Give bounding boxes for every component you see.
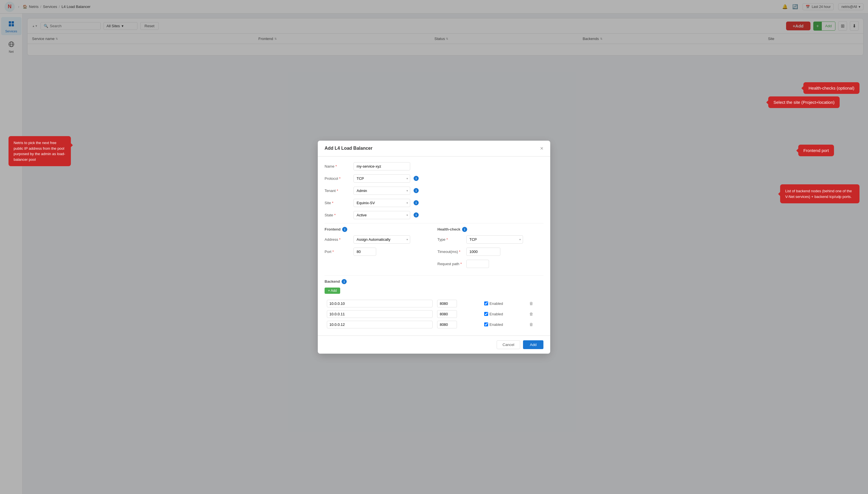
backend-delete-button[interactable]: 🗑 (529, 322, 533, 327)
state-select[interactable]: Active Disabled (354, 211, 410, 219)
site-row: Site * Equinix-SV ▾ i (324, 199, 544, 207)
frontend-info-icon[interactable]: i (342, 227, 347, 232)
backend-port-input[interactable] (437, 310, 457, 318)
hc-type-label: Type * (437, 238, 463, 242)
state-select-wrapper: Active Disabled ▾ (354, 211, 410, 219)
backend-section: Backend i + Add Enabled 🗑 (324, 279, 544, 330)
hc-type-row: Type * TCP HTTP ▾ (437, 235, 544, 244)
callout-health-check: Health-checks (optional) (803, 82, 860, 94)
add-backend-button[interactable]: + Add (324, 288, 340, 294)
backend-ip-input[interactable] (327, 310, 433, 318)
tenant-select-wrapper: Admin ▾ (354, 187, 410, 195)
backend-table: Enabled 🗑 Enabled 🗑 Enabled (324, 298, 544, 330)
tenant-row: Tenant * Admin ▾ i (324, 187, 544, 195)
request-path-input[interactable] (466, 260, 489, 268)
backend-row: Enabled 🗑 (324, 298, 544, 309)
backend-enabled-checkbox[interactable] (484, 312, 488, 316)
callout-ip-pool: Netris to pick the next free public IP a… (8, 136, 71, 166)
protocol-select-wrapper: TCP UDP ▾ (354, 174, 410, 183)
protocol-row: Protocol * TCP UDP ▾ i (324, 174, 544, 183)
protocol-label: Protocol * (324, 176, 350, 180)
address-select-wrapper: Assign Automatically ▾ (354, 235, 410, 244)
health-check-section-header: Health-check i (437, 227, 544, 232)
backend-ip-input[interactable] (327, 321, 433, 328)
backend-enabled-checkbox[interactable] (484, 322, 488, 326)
site-label: Site * (324, 201, 350, 205)
address-label: Address * (324, 238, 350, 242)
protocol-info-icon[interactable]: i (414, 176, 419, 181)
site-select[interactable]: Equinix-SV (354, 199, 410, 207)
callout-select-site: Select the site (Project+location) (768, 96, 840, 108)
port-row: Port * (324, 248, 431, 256)
frontend-section: Frontend i Address * Assign Automaticall… (324, 227, 431, 272)
backend-port-input[interactable] (437, 300, 457, 307)
backend-row: Enabled 🗑 (324, 309, 544, 319)
submit-add-button[interactable]: Add (523, 340, 544, 349)
name-label: Name * (324, 164, 350, 168)
tenant-info-icon[interactable]: i (414, 188, 419, 193)
request-path-label: Request path * (437, 262, 463, 266)
backend-delete-button[interactable]: 🗑 (529, 301, 533, 306)
timeout-input[interactable] (466, 248, 500, 256)
modal-header: Add L4 Load Balancer × (318, 141, 550, 156)
name-row: Name * (324, 162, 544, 170)
tenant-select[interactable]: Admin (354, 187, 410, 195)
port-input[interactable] (354, 248, 376, 256)
state-info-icon[interactable]: i (414, 212, 419, 217)
state-label: State * (324, 213, 350, 217)
request-path-row: Request path * (437, 260, 544, 268)
modal-body: Name * Protocol * TCP UDP ▾ i (318, 156, 550, 336)
site-info-icon[interactable]: i (414, 200, 419, 205)
site-select-wrapper: Equinix-SV ▾ (354, 199, 410, 207)
state-row: State * Active Disabled ▾ i (324, 211, 544, 219)
frontend-section-header: Frontend i (324, 227, 431, 232)
callout-frontend-port: Frontend port (798, 145, 834, 156)
backend-enabled-checkbox[interactable] (484, 301, 488, 305)
backend-delete-button[interactable]: 🗑 (529, 312, 533, 316)
modal-overlay: Add L4 Load Balancer × Name * Protocol *… (0, 0, 868, 494)
backend-row: Enabled 🗑 (324, 319, 544, 330)
name-input[interactable] (354, 162, 410, 170)
timeout-row: Timeout(ms) * (437, 248, 544, 256)
backend-section-header: Backend i (324, 279, 544, 284)
callout-backend-nodes: List of backend nodes (behind one of the… (780, 184, 860, 203)
timeout-label: Timeout(ms) * (437, 250, 463, 254)
cancel-button[interactable]: Cancel (497, 340, 520, 349)
backend-ip-input[interactable] (327, 300, 433, 307)
backend-enabled-label: Enabled (490, 312, 503, 316)
hc-type-select-wrapper: TCP HTTP ▾ (466, 235, 523, 244)
backend-info-icon[interactable]: i (341, 279, 347, 284)
modal-close-button[interactable]: × (540, 145, 544, 152)
backend-enabled-label: Enabled (490, 322, 503, 327)
two-col-section: Frontend i Address * Assign Automaticall… (324, 227, 544, 272)
tenant-label: Tenant * (324, 189, 350, 193)
address-row: Address * Assign Automatically ▾ (324, 235, 431, 244)
modal-footer: Cancel Add (318, 336, 550, 354)
port-label: Port * (324, 250, 350, 254)
protocol-select[interactable]: TCP UDP (354, 174, 410, 183)
backend-port-input[interactable] (437, 321, 457, 328)
modal-title: Add L4 Load Balancer (324, 146, 373, 151)
health-check-section: Health-check i Type * TCP HTTP (437, 227, 544, 272)
health-check-info-icon[interactable]: i (462, 227, 467, 232)
address-select[interactable]: Assign Automatically (354, 235, 410, 244)
backend-enabled-label: Enabled (490, 301, 503, 306)
add-lb-modal: Add L4 Load Balancer × Name * Protocol *… (318, 141, 550, 354)
hc-type-select[interactable]: TCP HTTP (466, 235, 523, 244)
